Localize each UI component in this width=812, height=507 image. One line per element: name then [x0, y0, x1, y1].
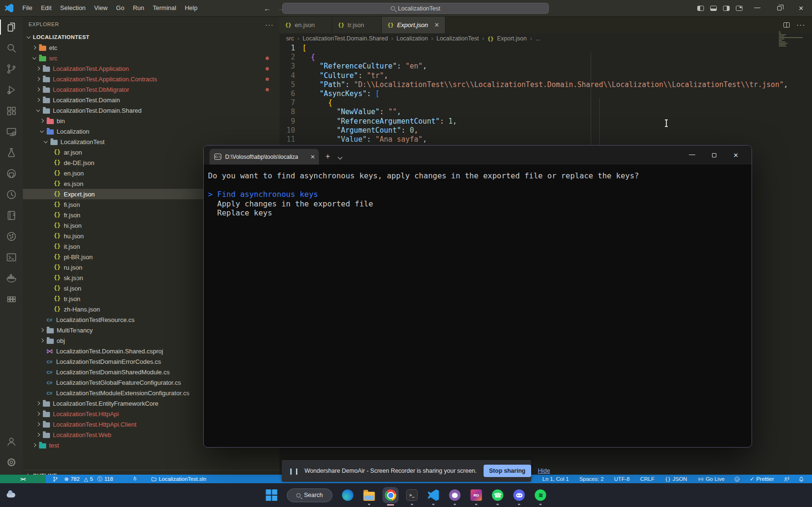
explorer-root-folder[interactable]: LOCALIZATIONTEST	[23, 32, 279, 42]
editor-tab-tr-json[interactable]: {}tr.json✕	[332, 17, 382, 33]
taskbar-start-icon[interactable]	[266, 489, 278, 501]
minimap[interactable]	[779, 31, 805, 47]
terminal-tab[interactable]: C:\ D:\Volosoft\abp\tools\localiza ✕	[209, 149, 319, 165]
widgets-icon[interactable]	[5, 489, 17, 501]
terminal-tab-close-icon[interactable]: ✕	[310, 154, 315, 160]
activity-remote-explorer-icon[interactable]	[0, 121, 23, 142]
activity-source-control-icon[interactable]	[0, 58, 23, 79]
activity-terminal-icon[interactable]	[0, 247, 23, 268]
activity-apps-grid-icon[interactable]	[0, 289, 23, 310]
hide-link[interactable]: Hide	[538, 468, 550, 474]
indentation-status[interactable]: Spaces: 2	[576, 475, 606, 483]
flame-icon[interactable]	[129, 475, 140, 483]
taskbar-search[interactable]: Search	[287, 488, 333, 502]
menu-run[interactable]: Run	[129, 2, 149, 14]
menu-terminal[interactable]: Terminal	[149, 2, 180, 14]
taskbar-chrome-icon[interactable]	[385, 489, 397, 501]
activity-testing-icon[interactable]	[0, 142, 23, 163]
encoding-status[interactable]: UTF-8	[611, 475, 633, 483]
terminal-tab-dropdown-icon[interactable]	[338, 155, 343, 160]
taskbar-whatsapp-icon[interactable]: ☎	[492, 489, 504, 501]
history-back-icon[interactable]: ←	[264, 4, 271, 12]
taskbar-discord-icon[interactable]	[513, 489, 525, 501]
taskbar-vscode-icon[interactable]	[427, 489, 440, 501]
tree-item-src[interactable]: src	[23, 53, 279, 63]
activity-extensions-icon[interactable]	[0, 100, 23, 121]
editor-tab-export-json[interactable]: {}Export.json✕	[382, 17, 446, 33]
cursor-position[interactable]: Ln 1, Col 1	[540, 475, 572, 483]
command-center-label: LocalizationTest	[398, 5, 440, 12]
prettier-status[interactable]: ✓ Prettier	[747, 475, 777, 483]
terminal-close-button[interactable]: ✕	[725, 146, 747, 165]
solution-status[interactable]: LocalizationTest.sln	[148, 475, 209, 483]
tree-item-localizationtest-domain-shared[interactable]: LocalizationTest.Domain.Shared	[23, 105, 279, 116]
notifications-bell-icon[interactable]	[795, 475, 807, 483]
activity-cookie-icon[interactable]	[0, 226, 23, 247]
activity-settings-icon[interactable]	[0, 452, 23, 473]
outline-section[interactable]: OUTLINE	[23, 470, 279, 475]
menu-view[interactable]: View	[90, 2, 112, 14]
activity-github-icon[interactable]	[0, 163, 23, 184]
customize-layout-icon[interactable]	[736, 6, 743, 11]
tree-item-localizationtest-domain[interactable]: LocalizationTest.Domain	[23, 95, 279, 105]
terminal-content[interactable]: Do you want to find asynchronous keys, a…	[204, 165, 752, 218]
terminal-minimize-button[interactable]: —	[681, 146, 703, 165]
tree-item-etc[interactable]: etc	[23, 42, 279, 53]
tree-item-localizationtest-application[interactable]: LocalizationTest.Application	[23, 63, 279, 74]
toggle-sidebar-icon[interactable]	[697, 6, 704, 11]
menu-file[interactable]: File	[18, 2, 37, 14]
tree-item-localization[interactable]: Localization	[23, 126, 279, 136]
activity-gitlens-icon[interactable]	[0, 184, 23, 205]
activity-docker-icon[interactable]	[0, 268, 23, 289]
editor-more-actions-icon[interactable]: ···	[796, 21, 805, 29]
taskbar-github-desktop-icon[interactable]	[449, 489, 461, 501]
tree-item-localizationtest-dbmigrator[interactable]: LocalizationTest.DbMigrator	[23, 84, 279, 95]
toggle-panel-icon[interactable]	[710, 6, 717, 11]
breadcrumb-item[interactable]: LocalizationTest	[436, 35, 479, 42]
announcement-icon[interactable]	[781, 475, 792, 483]
toggle-secondary-sidebar-icon[interactable]	[723, 6, 730, 11]
terminal-maximize-button[interactable]	[703, 146, 725, 165]
activity-explorer-icon[interactable]	[0, 17, 23, 38]
editor-tab-en-json[interactable]: {}en.json✕	[279, 17, 332, 33]
taskbar-edge-icon[interactable]	[342, 489, 354, 501]
menu-edit[interactable]: Edit	[37, 2, 56, 14]
command-center-search[interactable]: LocalizationTest	[282, 3, 549, 14]
tree-item-localizationtest-application-contracts[interactable]: LocalizationTest.Application.Contracts	[23, 74, 279, 84]
tab-close-icon[interactable]: ✕	[434, 21, 439, 29]
pause-icon[interactable]: ❙❙	[288, 468, 300, 475]
taskbar-terminal-icon[interactable]: >_	[406, 489, 418, 501]
breadcrumb-item-file[interactable]: Export.json	[497, 35, 527, 42]
split-editor-icon[interactable]	[783, 22, 790, 28]
activity-search-icon[interactable]	[0, 38, 23, 58]
go-live-button[interactable]: Go Live	[695, 475, 728, 483]
breadcrumb-item[interactable]: src	[286, 35, 294, 42]
taskbar-rider-icon[interactable]: RD	[470, 489, 483, 501]
breadcrumb-tail[interactable]: ...	[535, 35, 540, 42]
language-mode[interactable]: {} JSON	[662, 475, 690, 483]
window-restore-button[interactable]	[768, 0, 790, 17]
terminal-new-tab-button[interactable]: +	[326, 152, 330, 161]
window-minimize-button[interactable]: —	[746, 0, 768, 17]
taskbar-spotify-icon[interactable]: ≋	[535, 489, 547, 501]
remote-indicator[interactable]: ><	[0, 475, 46, 483]
activity-notebook-icon[interactable]	[0, 205, 23, 226]
stop-sharing-button[interactable]: Stop sharing	[484, 465, 531, 477]
terminal-titlebar[interactable]: C:\ D:\Volosoft\abp\tools\localiza ✕ + —…	[204, 146, 752, 165]
source-control-status[interactable]	[50, 475, 61, 483]
window-close-button[interactable]: ✕	[790, 0, 812, 17]
menu-go[interactable]: Go	[112, 2, 129, 14]
eol-status[interactable]: CRLF	[637, 475, 657, 483]
activity-run-debug-icon[interactable]	[0, 79, 23, 100]
breadcrumb-item[interactable]: LocalizationTest.Domain.Shared	[303, 35, 388, 42]
tree-item-bin[interactable]: bin	[23, 116, 279, 126]
activity-accounts-icon[interactable]	[0, 431, 23, 452]
breadcrumb-item[interactable]: Localization	[396, 35, 428, 42]
problems-status[interactable]: ⊗782 △5 ⓘ118	[61, 475, 116, 483]
feedback-smiley-icon[interactable]	[731, 475, 743, 483]
explorer-more-actions-icon[interactable]: ···	[265, 20, 274, 29]
taskbar-file-explorer-icon[interactable]	[363, 489, 376, 501]
breadcrumb[interactable]: src›LocalizationTest.Domain.Shared›Local…	[279, 33, 812, 44]
menu-help[interactable]: Help	[180, 2, 202, 14]
menu-selection[interactable]: Selection	[56, 2, 89, 14]
